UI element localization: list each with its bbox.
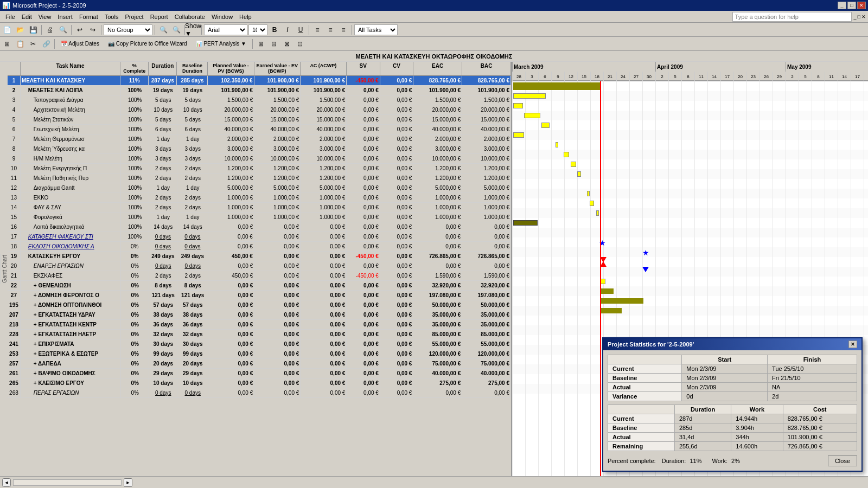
tb2-btn4[interactable]: 🔗 — [40, 38, 52, 50]
menu-view[interactable]: View — [35, 12, 55, 21]
task-row[interactable]: 12 Διαγράμμα Gantt 100% 1 day 1 day 5.00… — [8, 183, 511, 193]
menu-report[interactable]: Report — [147, 12, 171, 21]
undo-button[interactable]: ↩ — [74, 24, 86, 36]
task-row[interactable]: 241 + ΕΠΙΧΡΙΣΜΑΤΑ 0% 30 days 30 days 0,0… — [8, 339, 511, 349]
scroll-left-btn[interactable]: ◄ — [2, 478, 11, 487]
horizontal-scrollbar[interactable] — [13, 479, 122, 486]
fontsize-dropdown[interactable]: 10 — [248, 24, 267, 35]
underline-button[interactable]: U — [295, 24, 307, 36]
task-sv: 0,00 € — [347, 330, 380, 339]
task-row[interactable]: 8 Μελέτη Ύδρευσης κα 100% 3 days 3 days … — [8, 144, 511, 154]
dialog-close-button[interactable]: ✕ — [848, 341, 857, 348]
pert-analysis-button[interactable]: 📊 PERT Analysis ▼ — [192, 38, 250, 50]
task-row[interactable]: 195 + ΔΟΜΗΣΗ ΟΠΤΟΠΛΙΝΘΟΙ 0% 57 days 57 d… — [8, 300, 511, 310]
task-row[interactable]: 16 Λοιπά δικαιολογητικά 100% 14 days 14 … — [8, 222, 511, 232]
task-ac: 2.000,00 € — [301, 134, 347, 144]
group-dropdown[interactable]: No Group — [104, 24, 152, 35]
menu-edit[interactable]: Edit — [18, 12, 35, 21]
task-row[interactable]: 257 + ΔΑΠΕΔΑ 0% 20 days 20 days 0,00 € 0… — [8, 359, 511, 369]
task-row[interactable]: 15 Φορολογικά 100% 1 day 1 day 1.000,00 … — [8, 213, 511, 222]
print-button[interactable]: 🖨 — [44, 24, 56, 36]
new-button[interactable]: 📄 — [1, 24, 13, 36]
close-button[interactable]: ✕ — [857, 2, 866, 9]
copy-picture-button[interactable]: 📷 Copy Picture to Office Wizard — [104, 38, 191, 50]
task-row[interactable]: 20 ΕΝΑΡΞΗ ΕΡΓΑΣΙΩΝ 0% 0 days 0 days 0,00… — [8, 261, 511, 271]
menu-tools[interactable]: Tools — [101, 12, 122, 21]
maximize-button[interactable]: □ — [847, 2, 856, 9]
task-row[interactable]: 14 ΦΑΥ & ΣΑΥ 100% 2 days 2 days 1.000,00… — [8, 203, 511, 213]
menu-file[interactable]: File — [2, 12, 18, 21]
task-eac: 0,00 € — [413, 242, 462, 251]
menu-format[interactable]: Format — [76, 12, 101, 21]
close-dialog-button[interactable]: Close — [828, 455, 857, 466]
task-row[interactable]: 18 ΕΚΔΟΣΗ ΟΙΚΟΔΟΜΙΚΗΣ Α 0% 0 days 0 days… — [8, 242, 511, 252]
tb2-btn3[interactable]: ✂ — [27, 38, 39, 50]
font-dropdown[interactable]: Arial — [204, 24, 247, 35]
tb2-btn1[interactable]: ⊞ — [1, 38, 13, 50]
task-row[interactable]: 9 Η/Μ Μελέτη 100% 3 days 3 days 10.000,0… — [8, 154, 511, 164]
tb2-grid3[interactable]: ⊠ — [281, 38, 293, 50]
tb2-grid1[interactable]: ⊞ — [255, 38, 267, 50]
align-right-button[interactable]: ≡ — [337, 24, 349, 36]
task-row[interactable]: 7 Μελέτη Θερμομόνωσ 100% 1 day 1 day 2.0… — [8, 134, 511, 144]
task-row[interactable]: 27 + ΔΟΜΗΣΗ ΦΕΡΟΝΤΟΣ Ο 0% 121 days 121 d… — [8, 291, 511, 300]
save-button[interactable]: 💾 — [27, 24, 39, 36]
task-row[interactable]: 2 ΜΕΛΕΤΕΣ ΚΑΙ ΛΟΙΠΑ 100% 19 days 19 days… — [8, 86, 511, 95]
task-row[interactable]: 207 + ΕΓΚΑΤΑΣΤΑΣΗ ΥΔΡΑΥ 0% 38 days 38 da… — [8, 310, 511, 320]
open-button[interactable]: 📂 — [14, 24, 26, 36]
task-row[interactable]: 253 + ΕΞΩΤΕΡΙΚΑ & ΕΣΩΤΕΡ 0% 99 days 99 d… — [8, 349, 511, 359]
help-search-input[interactable] — [732, 12, 852, 22]
tb2-grid2[interactable]: ⊟ — [268, 38, 280, 50]
italic-button[interactable]: I — [282, 24, 293, 36]
menu-help[interactable]: Help — [236, 12, 255, 21]
task-row[interactable]: 11 Μελέτη Παθητικής Πυρ 100% 2 days 2 da… — [8, 174, 511, 183]
max-btn2[interactable]: □ — [858, 14, 860, 20]
align-left-button[interactable]: ≡ — [311, 24, 323, 36]
task-row[interactable]: 13 ΕΚΚΟ 100% 2 days 2 days 1.000,00 € 1.… — [8, 193, 511, 203]
close-btn2[interactable]: ✕ — [861, 14, 866, 20]
task-row[interactable]: 17 ΚΑΤΑΘΕΣΗ ΦΑΚΕΛΟΥ ΣΤΙ 100% 0 days 0 da… — [8, 232, 511, 242]
scroll-right-btn[interactable]: ► — [124, 478, 132, 487]
task-row[interactable]: 1 ΜΕΛΕΤΗ ΚΑΙ ΚΑΤΑΣΚΕΥ 11% 287 days 285 d… — [8, 76, 511, 86]
task-row[interactable]: 22 + ΘΕΜΕΛΙΩΣΗ 0% 8 days 8 days 0,00 € 0… — [8, 281, 511, 291]
task-row[interactable]: 4 Αρχιτεκτονική Μελέτη 100% 10 days 10 d… — [8, 105, 511, 115]
tb2-btn2[interactable]: 📋 — [14, 38, 26, 50]
task-row[interactable]: 228 + ΕΓΚΑΤΑΣΤΑΣΗ ΗΛΕΤΡ 0% 32 days 32 da… — [8, 330, 511, 339]
scrollbar-area[interactable]: ◄ ► — [0, 476, 868, 488]
filter-dropdown[interactable]: All Tasks — [354, 24, 398, 35]
min-btn2[interactable]: _ — [854, 14, 857, 20]
task-pct: 0% — [121, 261, 149, 271]
preview-button[interactable]: 🔍 — [57, 24, 69, 36]
task-row[interactable]: 10 Μελέτη Ενεργητικής Π 100% 2 days 2 da… — [8, 164, 511, 174]
task-ev: 0,00 € — [254, 388, 301, 397]
stat2-cost: 726.865,00 € — [783, 442, 857, 451]
task-bdur: 0 days — [177, 232, 208, 241]
menu-project[interactable]: Project — [122, 12, 146, 21]
menu-insert[interactable]: Insert — [54, 12, 76, 21]
task-row[interactable]: 6 Γεωτεχνική Μελέτη 100% 6 days 6 days 4… — [8, 125, 511, 134]
task-name: + ΕΓΚΑΤΑΣΤΑΣΗ ΗΛΕΤΡ — [21, 330, 121, 339]
task-row[interactable]: 265 + ΚΛΕΙΣΙΜΟ ΕΡΓΟΥ 0% 10 days 10 days … — [8, 378, 511, 388]
align-center-button[interactable]: ≡ — [324, 24, 336, 36]
column-headers: Task Name % Complete Duration Baseline D… — [8, 62, 511, 76]
task-row[interactable]: 5 Μελέτη Στατικών 100% 5 days 5 days 15.… — [8, 115, 511, 125]
task-row[interactable]: 19 ΚΑΤΑΣΚΕΥΗ ΕΡΓΟΥ 0% 249 days 249 days … — [8, 252, 511, 261]
tb2-grid4[interactable]: ⊡ — [294, 38, 306, 50]
task-row[interactable]: 3 Τοπογραφικό Διάγρα 100% 5 days 5 days … — [8, 95, 511, 105]
task-row[interactable]: 261 + ΒΑΨΙΜΟ ΟΙΚΟΔΟΜΗΣ 0% 29 days 29 day… — [8, 369, 511, 378]
zoom-out-button[interactable]: 🔍 — [170, 24, 182, 36]
task-row[interactable]: 268 ΠΕΡΑΣ ΕΡΓΑΣΙΩΝ 0% 0 days 0 days 0,00… — [8, 388, 511, 398]
task-pv: 0,00 € — [208, 378, 254, 388]
minimize-button[interactable]: _ — [838, 2, 846, 9]
task-pv: 0,00 € — [208, 291, 254, 300]
task-pct: 100% — [121, 174, 149, 183]
redo-button[interactable]: ↪ — [87, 24, 99, 36]
adjust-dates-button[interactable]: 📅 Adjust Dates — [57, 38, 103, 50]
bold-button[interactable]: B — [269, 24, 280, 36]
menu-window[interactable]: Window — [208, 12, 236, 21]
zoom-in-button[interactable]: 🔍 — [157, 24, 169, 36]
task-row[interactable]: 218 + ΕΓΚΑΤΑΣΤΑΣΗ ΚΕΝΤΡ 0% 36 days 36 da… — [8, 320, 511, 330]
show-button[interactable]: Show ▼ — [187, 24, 199, 36]
menu-collaborate[interactable]: Collaborate — [171, 12, 208, 21]
task-row[interactable]: 21 ΕΚΣΚΑΦΕΣ 0% 2 days 2 days 450,00 € 0,… — [8, 271, 511, 281]
